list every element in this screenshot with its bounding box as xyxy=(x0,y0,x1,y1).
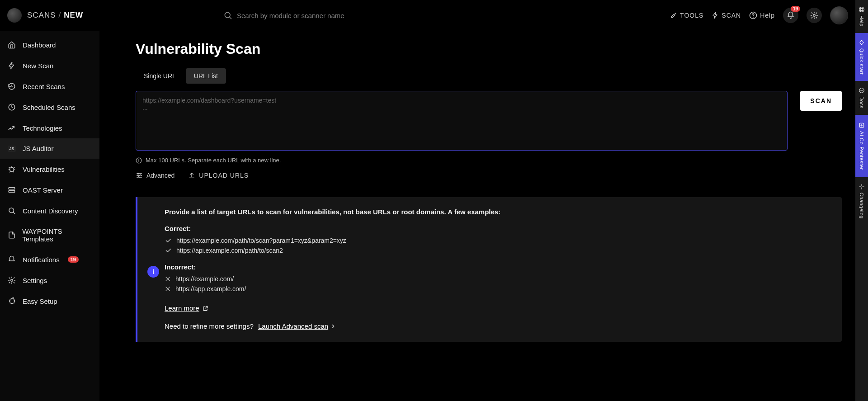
chevron-right-icon xyxy=(330,323,336,330)
sidebar-item-easy-setup[interactable]: Easy Setup xyxy=(0,291,99,311)
sidebar-item-waypoints-templates[interactable]: WAYPOINTS Templates xyxy=(0,221,99,249)
incorrect-heading: Incorrect: xyxy=(165,263,829,271)
search-icon xyxy=(223,11,232,20)
sidebar-item-vulnerabilities[interactable]: Vulnerabilities xyxy=(0,159,99,179)
url-limit-hint: Max 100 URLs. Separate each URL with a n… xyxy=(146,157,281,164)
svg-rect-7 xyxy=(9,188,15,189)
svg-line-30 xyxy=(863,10,863,11)
sidebar-item-technologies[interactable]: Technologies xyxy=(0,118,99,138)
bell-icon xyxy=(7,255,16,264)
check-icon xyxy=(165,247,172,254)
bell-icon xyxy=(787,11,795,19)
info-intro: Provide a list of target URLs to scan fo… xyxy=(165,208,829,216)
rail-changelog[interactable]: Changelog xyxy=(855,177,868,225)
bolt-icon xyxy=(712,12,719,19)
url-list-input[interactable] xyxy=(136,91,788,151)
page-title: Vulnerability Scan xyxy=(136,41,842,57)
sidebar-item-new-scan[interactable]: New Scan xyxy=(0,55,99,76)
sidebar-item-js-auditor[interactable]: JS JS Auditor xyxy=(0,138,99,159)
sparkle-icon xyxy=(859,184,865,190)
diamond-icon xyxy=(859,39,865,46)
sidebar-item-oast-server[interactable]: OAST Server xyxy=(0,179,99,200)
puzzle-icon xyxy=(7,297,16,305)
info-badge-icon: i xyxy=(147,266,159,278)
svg-point-11 xyxy=(11,279,13,282)
external-link-icon xyxy=(202,305,208,311)
rail-docs[interactable]: Docs xyxy=(855,81,868,115)
correct-example-2: https://api.example.com/path/to/scan2 xyxy=(165,247,829,254)
document-icon xyxy=(7,231,16,239)
sidebar-item-settings[interactable]: Settings xyxy=(0,270,99,291)
breadcrumb-sep: / xyxy=(59,11,61,20)
search-input[interactable] xyxy=(237,12,418,19)
incorrect-example-1: https://example.com/ xyxy=(165,275,829,283)
settings-button[interactable] xyxy=(807,8,822,23)
help-link[interactable]: Help xyxy=(749,11,775,19)
rail-help[interactable]: Help xyxy=(855,0,868,33)
incorrect-example-2: https://app.example.com/ xyxy=(165,285,829,292)
svg-point-14 xyxy=(139,159,139,159)
x-icon xyxy=(165,286,171,292)
sidebar-item-dashboard[interactable]: Dashboard xyxy=(0,34,99,55)
chart-icon xyxy=(7,124,16,132)
gear-icon xyxy=(7,276,16,284)
gear-icon xyxy=(810,11,818,19)
sidebar: Dashboard New Scan Recent Scans Schedule… xyxy=(0,31,99,401)
breadcrumb-part1[interactable]: SCANS xyxy=(27,11,56,20)
plus-square-icon xyxy=(859,122,865,128)
svg-line-1 xyxy=(230,17,231,19)
notifications-badge: 19 xyxy=(791,6,800,12)
info-icon xyxy=(136,157,142,164)
search-box[interactable] xyxy=(223,11,418,20)
clock-icon xyxy=(7,103,16,111)
avatar[interactable] xyxy=(830,6,848,24)
home-icon xyxy=(7,41,16,49)
bug-icon xyxy=(7,165,16,173)
minus-circle-icon xyxy=(859,87,865,94)
svg-line-28 xyxy=(863,8,863,9)
learn-more-link[interactable]: Learn more xyxy=(165,304,208,312)
breadcrumb: SCANS / NEW xyxy=(27,11,83,20)
advanced-link[interactable]: Advanced xyxy=(136,172,175,179)
scan-button[interactable]: SCAN xyxy=(800,91,842,111)
rail-quick-start[interactable]: Quick start xyxy=(855,33,868,81)
check-icon xyxy=(165,237,172,244)
scan-link[interactable]: SCAN xyxy=(712,12,741,19)
app-logo[interactable] xyxy=(7,8,22,23)
js-icon: JS xyxy=(7,146,16,152)
launch-advanced-scan-link[interactable]: Launch Advanced scan xyxy=(258,322,336,330)
server-icon xyxy=(7,186,16,194)
upload-icon xyxy=(188,172,195,179)
svg-line-29 xyxy=(860,10,861,11)
sliders-icon xyxy=(136,172,143,179)
tools-link[interactable]: TOOLS xyxy=(670,12,703,19)
tab-single-url[interactable]: Single URL xyxy=(136,68,184,84)
svg-line-27 xyxy=(860,8,861,9)
notifications-button[interactable]: 19 xyxy=(783,8,798,23)
svg-point-19 xyxy=(140,175,141,176)
history-icon xyxy=(7,82,16,90)
breadcrumb-part2: NEW xyxy=(64,11,83,20)
bolt-icon xyxy=(7,61,16,70)
url-mode-tabs: Single URL URL List xyxy=(136,68,842,84)
svg-point-18 xyxy=(137,173,139,175)
correct-example-1: https://example.com/path/to/scan?param1=… xyxy=(165,237,829,244)
sidebar-item-notifications[interactable]: Notifications 19 xyxy=(0,249,99,270)
lifebuoy-icon xyxy=(859,6,865,13)
sidebar-item-recent-scans[interactable]: Recent Scans xyxy=(0,76,99,97)
svg-point-3 xyxy=(753,17,754,17)
svg-point-20 xyxy=(138,177,139,178)
search-file-icon xyxy=(7,207,16,215)
tools-icon xyxy=(670,12,677,19)
upload-urls-button[interactable]: UPLOAD URLS xyxy=(188,172,249,179)
help-circle-icon xyxy=(749,11,757,19)
correct-heading: Correct: xyxy=(165,225,829,232)
sidebar-item-content-discovery[interactable]: Content Discovery xyxy=(0,200,99,221)
svg-point-4 xyxy=(813,14,816,17)
tab-url-list[interactable]: URL List xyxy=(186,68,226,84)
refine-question: Need to refine more settings? xyxy=(165,322,254,330)
svg-line-10 xyxy=(13,212,14,213)
rail-ai-copentester[interactable]: AI Co-Pentester xyxy=(855,115,868,177)
notifications-count-badge: 19 xyxy=(68,256,79,263)
sidebar-item-scheduled-scans[interactable]: Scheduled Scans xyxy=(0,97,99,118)
